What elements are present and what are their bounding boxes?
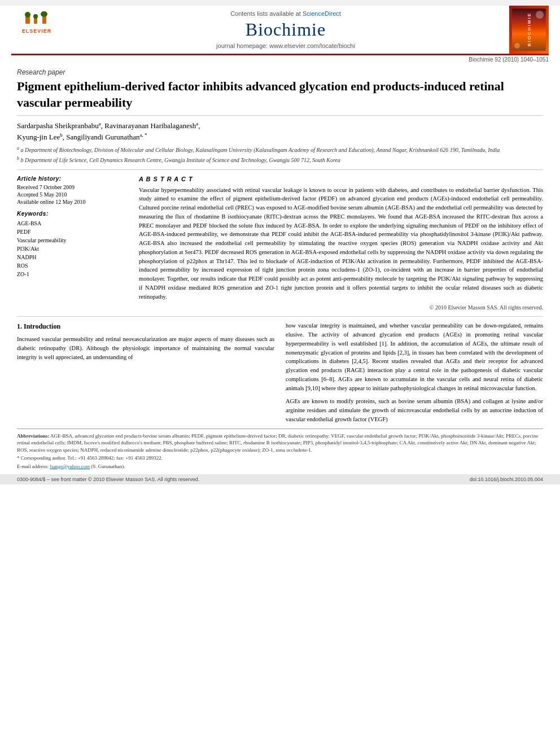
journal-homepage: journal homepage: www.elsevier.com/locat…	[73, 42, 498, 49]
keywords-heading: Keywords:	[17, 211, 130, 217]
intro-heading: 1. Introduction	[17, 321, 274, 331]
keyword-7: ZO-1	[17, 270, 130, 278]
biochimie-badge: BIOCHIMIE	[509, 6, 549, 54]
elsevier-label: ELSEVIER	[22, 28, 52, 34]
authors-line: Sardarpasha Sheikpranbabua, Ravinarayana…	[17, 120, 543, 143]
affiliation-b: b b Department of Life Science, Cell Dyn…	[17, 155, 543, 164]
accepted-date: Accepted 5 May 2010	[17, 191, 130, 198]
sciencedirect-link[interactable]: ScienceDirect	[303, 10, 341, 17]
article-info-column: Article history: Received 7 October 2009…	[17, 176, 130, 311]
keyword-3: Vascular permeability	[17, 236, 130, 244]
keyword-4: PI3K/Akt	[17, 244, 130, 253]
badge-text: BIOCHIMIE	[527, 12, 532, 46]
email-line: E-mail address: lsangs@yahoo.com (S. Gur…	[17, 463, 543, 470]
received-date: Received 7 October 2009	[17, 184, 130, 190]
affiliations: a a Department of Biotechnology, Divisio…	[17, 145, 543, 170]
intro-para-left: Increased vascular permeability and reti…	[17, 335, 274, 361]
bottom-bar: 0300-9084/$ – see front matter © 2010 El…	[0, 474, 560, 484]
bottom-right: doi:10.1016/j.biochi.2010.05.004	[470, 477, 543, 482]
abstract-heading: A B S T R A C T	[139, 176, 543, 182]
elsevier-logo: ELSEVIER	[11, 6, 62, 40]
abbreviations-text: AGE-BSA, advanced glycation end products…	[17, 433, 539, 453]
affiliation-a: a a Department of Biotechnology, Divisio…	[17, 145, 543, 154]
keyword-6: ROS	[17, 261, 130, 270]
sciencedirect-line: Contents lists available at ScienceDirec…	[73, 10, 498, 17]
email-link[interactable]: lsangs@yahoo.com	[50, 464, 90, 469]
section-num: 1.	[17, 322, 22, 330]
footnotes-area: Abbreviations: AGE-BSA, advanced glycati…	[17, 429, 543, 470]
journal-title: Biochimie	[73, 19, 498, 40]
volume-info: Biochimie 92 (2010) 1040–1051	[0, 56, 549, 63]
svg-point-2	[25, 12, 30, 18]
article-history-heading: Article history:	[17, 176, 130, 182]
body-right-column: how vascular integrity is maintained, an…	[286, 321, 543, 423]
keywords-section: Keywords: AGE-BSA PEDF Vascular permeabi…	[17, 211, 130, 278]
corresponding-line: * Corresponding author. Tel.: +91 4563 2…	[17, 455, 543, 462]
author-2: Ravinarayanan Haribalaganesh	[104, 122, 196, 130]
copyright: © 2010 Elsevier Masson SAS. All rights r…	[139, 304, 543, 311]
intro-para-right-1: how vascular integrity is maintained, an…	[286, 321, 543, 392]
bottom-left: 0300-9084/$ – see front matter © 2010 El…	[17, 477, 199, 482]
journal-center-header: Contents lists available at ScienceDirec…	[62, 6, 509, 54]
author-4: Sangiliyandi Gurunathan	[66, 133, 139, 141]
svg-point-6	[41, 11, 47, 17]
article-title: Pigment epithelium-derived factor inhibi…	[17, 78, 543, 116]
body-left-column: 1. Introduction Increased vascular perme…	[17, 321, 274, 423]
tel-info: Tel.: +91 4563 289042; fax: +91 4563 289…	[67, 455, 163, 461]
author-1: Sardarpasha Sheikpranbabu	[17, 122, 99, 130]
abstract-column: A B S T R A C T Vascular hyperpermeabili…	[139, 176, 543, 311]
svg-point-4	[33, 14, 38, 19]
available-date: Available online 12 May 2010	[17, 199, 130, 205]
intro-para-right-2: AGEs are known to modify proteins, such …	[286, 397, 543, 423]
keyword-5: NADPH	[17, 253, 130, 261]
keyword-1: AGE-BSA	[17, 219, 130, 228]
author-3: Kyung-jin Lee	[17, 133, 60, 141]
article-type: Research paper	[17, 68, 543, 76]
abbreviations-line: Abbreviations: AGE-BSA, advanced glycati…	[17, 433, 543, 454]
keyword-2: PEDF	[17, 228, 130, 236]
abstract-text: Vascular hyperpermeability associated wi…	[139, 186, 543, 302]
